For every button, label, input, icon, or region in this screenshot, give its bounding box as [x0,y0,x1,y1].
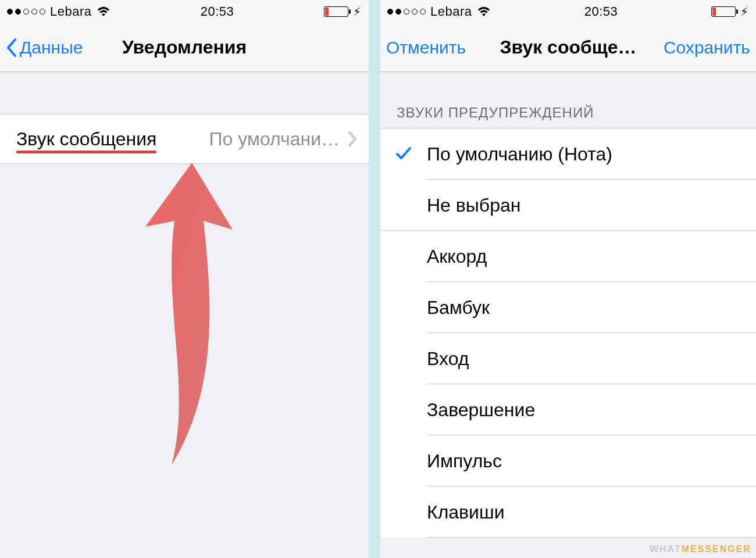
checkmark-icon [395,144,412,165]
nav-bar: Отменить Звук сообще… Сохранить [380,23,756,72]
sound-option[interactable]: Завершение [380,384,756,435]
phone-right-screen: Lebara 20:53 ⚡︎ Отменить Звук сообще… Со… [380,0,756,558]
charging-icon: ⚡︎ [353,6,362,17]
sound-option[interactable]: Бамбук [380,282,756,333]
signal-strength-icon [7,9,45,15]
status-bar: Lebara 20:53 ⚡︎ [380,0,756,23]
chevron-left-icon [6,38,17,58]
sound-option-label: По умолчанию (Нота) [427,144,612,165]
sound-list: По умолчанию (Нота)Не выбранАккордБамбук… [380,128,756,538]
sound-option[interactable]: Вход [380,333,756,384]
carrier-label: Lebara [50,4,92,19]
signal-strength-icon [387,9,426,15]
carrier-label: Lebara [430,4,472,19]
sound-option[interactable]: По умолчанию (Нота) [380,128,756,180]
save-button[interactable]: Сохранить [658,23,756,71]
back-button[interactable]: Данные [0,23,88,71]
sound-option[interactable]: Импульс [380,435,756,487]
sound-option-label: Завершение [427,399,535,421]
clock: 20:53 [584,4,618,19]
sound-option[interactable]: Аккорд [380,231,756,282]
sound-option-label: Бамбук [427,297,490,319]
sound-option-label: Вход [427,348,469,370]
annotation-underline [16,151,156,153]
message-sound-row[interactable]: Звук сообщения По умолчани… [0,114,369,164]
phone-left-screen: Lebara 20:53 ⚡︎ Данные Уведомления Звук … [0,0,369,558]
sound-option[interactable]: Не выбран [380,180,756,231]
page-title: Уведомления [122,37,247,58]
battery-icon [324,6,348,17]
charging-icon: ⚡︎ [740,6,749,17]
sound-option-label: Импульс [427,450,502,472]
annotation-arrow-icon [110,157,262,471]
chevron-right-icon [348,131,357,147]
back-label: Данные [20,38,83,58]
nav-bar: Данные Уведомления [0,23,369,72]
row-value: По умолчани… [209,128,340,150]
sound-option-label: Не выбран [427,195,520,216]
clock: 20:53 [201,4,234,19]
wifi-icon [97,6,110,17]
section-header: ЗВУКИ ПРЕДУПРЕЖДЕНИЙ [380,72,756,128]
cancel-button[interactable]: Отменить [380,23,472,71]
row-label: Звук сообщения [16,128,156,150]
sound-option-label: Клавиши [427,502,505,523]
page-title: Звук сообще… [500,37,636,58]
sound-option[interactable]: Клавиши [380,487,756,538]
wifi-icon [477,6,491,17]
sound-option-label: Аккорд [427,246,487,267]
watermark: WHATMESSENGER [650,544,751,555]
battery-icon [711,6,736,17]
status-bar: Lebara 20:53 ⚡︎ [0,0,369,23]
